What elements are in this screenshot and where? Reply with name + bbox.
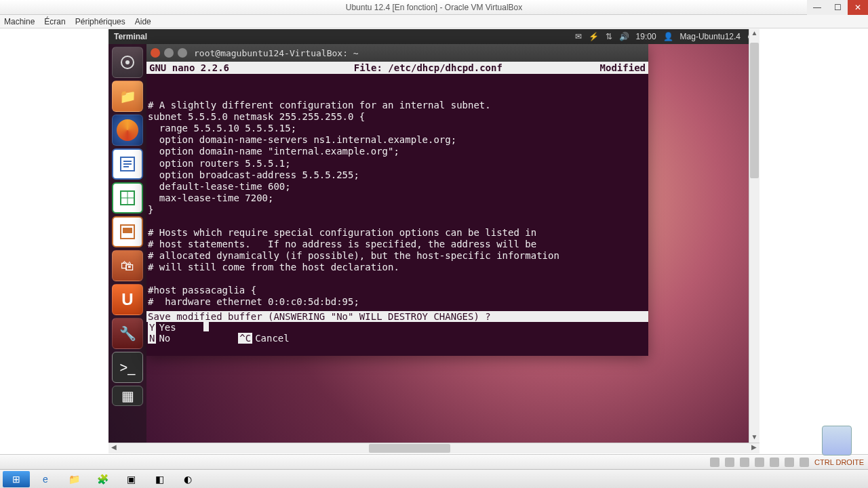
terminal-window: root@magubuntu124-VirtualBox: ~ GNU nano… [146, 44, 648, 356]
clock[interactable]: 19:00 [636, 32, 656, 41]
active-app-label: Terminal [108, 32, 147, 41]
svg-rect-3 [123, 161, 132, 162]
virtualbox-title: Ubuntu 12.4 [En fonction] - Oracle VM Vi… [346, 3, 523, 12]
sb-mouse-icon[interactable] [800, 458, 809, 467]
vb-minimize-button[interactable]: — [807, 0, 827, 15]
nano-buffer[interactable]: # A slightly different configuration for… [146, 74, 648, 311]
battery-icon[interactable]: ⚡ [589, 32, 599, 41]
sound-icon[interactable]: 🔊 [619, 32, 629, 41]
sb-cd-icon[interactable] [725, 458, 734, 467]
network-icon[interactable]: ⇅ [606, 32, 612, 41]
mail-icon[interactable]: ✉ [575, 32, 582, 41]
nano-options: Y Yes N No ^C Cancel [146, 322, 648, 344]
guest-screen[interactable]: Terminal ✉ ⚡ ⇅ 🔊 19:00 👤 Mag-Ubuntu12.4 … [108, 29, 760, 444]
svg-rect-4 [123, 163, 132, 165]
nano-opt-yes: Yes [156, 322, 203, 333]
virtualbox-statusbar: CTRL DROITE [0, 454, 868, 469]
user-icon: 👤 [663, 32, 673, 41]
host-desktop: Ubuntu 12.4 [En fonction] - Oracle VM Vi… [0, 0, 868, 488]
launcher-workspace[interactable]: ▦ [112, 386, 143, 406]
taskbar-app2[interactable]: ▣ [118, 471, 144, 487]
launcher-dash[interactable] [112, 47, 143, 78]
menu-machine[interactable]: Machine [4, 17, 35, 26]
windows-taskbar: ⊞ e 📁 🧩 ▣ ◧ ◐ [0, 469, 868, 488]
vm-scrollbar-vertical[interactable]: ▲ ▼ [749, 29, 760, 444]
vb-maximize-button[interactable]: ☐ [827, 0, 848, 15]
nano-save-prompt: Save modified buffer (ANSWERING "No" WIL… [146, 311, 648, 322]
start-button[interactable]: ⊞ [3, 471, 30, 487]
launcher-settings[interactable]: 🔧 [112, 318, 143, 349]
scroll-up-icon[interactable]: ▲ [749, 29, 760, 40]
svg-rect-5 [123, 166, 129, 167]
nano-key-yes[interactable]: Y [148, 322, 156, 333]
terminal-maximize-icon[interactable] [178, 48, 187, 58]
taskbar-ie[interactable]: e [33, 471, 58, 487]
nano-status: Modified [600, 62, 646, 73]
nano-header: GNU nano 2.2.6 File: /etc/dhcp/dhcpd.con… [146, 62, 648, 74]
scroll-left-icon[interactable]: ◀ [108, 443, 119, 453]
launcher-terminal[interactable]: >_ [112, 352, 143, 383]
nano-version: GNU nano 2.2.6 [149, 62, 256, 73]
host-key-label: CTRL DROITE [814, 458, 864, 466]
sb-shared-icon[interactable] [770, 458, 779, 467]
virtualbox-titlebar: Ubuntu 12.4 [En fonction] - Oracle VM Vi… [0, 0, 868, 15]
taskbar-explorer[interactable]: 📁 [61, 471, 87, 487]
sb-net-icon[interactable] [740, 458, 749, 467]
nano-opt-no: No [156, 333, 197, 344]
unity-launcher: 📁 🛍 U 🔧 >_ ▦ [108, 44, 146, 444]
terminal-close-icon[interactable] [151, 48, 160, 58]
launcher-files[interactable]: 📁 [112, 81, 143, 112]
nano-cursor [203, 322, 209, 331]
launcher-calc[interactable] [112, 182, 143, 214]
launcher-writer[interactable] [112, 148, 143, 180]
launcher-ubuntu-one[interactable]: U [112, 284, 143, 315]
launcher-software-center[interactable]: 🛍 [112, 250, 143, 281]
terminal-titlebar[interactable]: root@magubuntu124-VirtualBox: ~ [146, 44, 648, 62]
sb-display-icon[interactable] [785, 458, 794, 467]
menu-screen[interactable]: Écran [44, 17, 65, 26]
taskbar-app3[interactable]: ◐ [175, 471, 201, 487]
sb-hdd-icon[interactable] [710, 458, 719, 467]
scroll-thumb-v[interactable] [750, 43, 759, 178]
menu-peripherals[interactable]: Périphériques [75, 17, 125, 26]
terminal-title: root@magubuntu124-VirtualBox: ~ [194, 48, 359, 58]
vm-scrollbar-horizontal[interactable]: ◀ ▶ [108, 443, 760, 453]
virtualbox-menubar: Machine Écran Périphériques Aide [0, 15, 868, 28]
taskbar-app1[interactable]: 🧩 [90, 471, 115, 487]
user-menu[interactable]: Mag-Ubuntu12.4 [680, 32, 741, 41]
sb-usb-icon[interactable] [755, 458, 764, 467]
terminal-minimize-icon[interactable] [164, 48, 174, 58]
nano-file: File: /etc/dhcp/dhcpd.conf [256, 62, 600, 73]
taskbar-virtualbox[interactable]: ◧ [146, 471, 172, 487]
launcher-impress[interactable] [112, 216, 143, 247]
nano-key-cancel[interactable]: ^C [238, 333, 252, 344]
svg-point-1 [125, 60, 130, 64]
svg-rect-10 [123, 228, 132, 233]
nano-opt-cancel: Cancel [252, 333, 317, 344]
host-capture-icon [822, 426, 852, 455]
menu-help[interactable]: Aide [135, 17, 151, 26]
vb-close-button[interactable]: ✕ [848, 0, 868, 15]
launcher-firefox[interactable] [112, 115, 143, 146]
scroll-thumb-h[interactable] [369, 444, 450, 453]
ubuntu-top-panel: Terminal ✉ ⚡ ⇅ 🔊 19:00 👤 Mag-Ubuntu12.4 … [108, 29, 760, 44]
nano-key-no[interactable]: N [148, 333, 156, 344]
scroll-right-icon[interactable]: ▶ [749, 443, 760, 453]
